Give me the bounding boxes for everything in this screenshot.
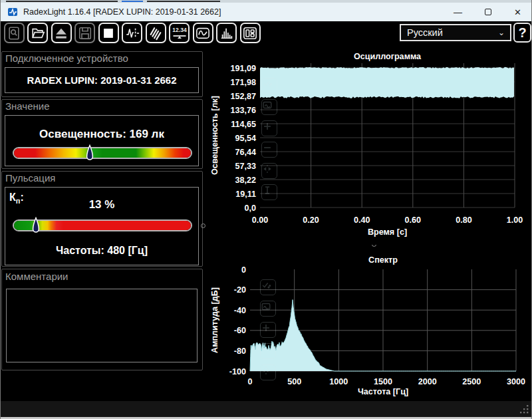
close-button[interactable]: ✕ xyxy=(503,3,532,21)
chevron-down-icon: ⌄ xyxy=(498,28,505,37)
y-tick-label: -80 xyxy=(234,347,246,356)
x-tick-label: 0.40 xyxy=(354,215,370,225)
layout-view-button[interactable] xyxy=(240,23,261,43)
digital-display-button[interactable]: 12.34 xyxy=(169,23,190,43)
titlebar: RadexLight 1.16.4 [RADEX LUPIN: 2019-01-… xyxy=(1,3,532,21)
open-file-icon xyxy=(31,26,45,41)
y-tick-label: -60 xyxy=(234,326,246,335)
statusbar xyxy=(1,401,532,417)
x-axis-label: Время [с] xyxy=(368,227,407,237)
x-tick-label: 0.60 xyxy=(405,215,422,225)
stop-measurement-icon xyxy=(101,26,116,41)
x-tick-label: 2500 xyxy=(462,377,481,386)
x-tick-label: 1500 xyxy=(374,377,392,386)
language-select[interactable]: Русский ⌄ xyxy=(400,24,511,41)
svg-text:12.34: 12.34 xyxy=(172,27,187,33)
y-tick-label: 38,22 xyxy=(235,176,256,185)
eject-device-button[interactable] xyxy=(51,23,72,43)
spectrum-canvas: 0-20-40-60-80-10005001000150020002500300… xyxy=(207,255,531,398)
select-points-icon[interactable] xyxy=(260,279,276,295)
minimize-button[interactable]: — xyxy=(443,3,473,21)
pulsation-box: Кп: 13 % Частоты: 480 [Гц] xyxy=(5,187,199,265)
app-window: RadexLight 1.16.4 [RADEX LUPIN: 2019-01-… xyxy=(0,0,532,419)
light-rays-button[interactable] xyxy=(146,23,166,43)
splitter-handle-dot[interactable] xyxy=(201,223,205,228)
zoom-in-icon[interactable] xyxy=(260,322,276,338)
zoom-out-icon[interactable] xyxy=(260,343,276,359)
x-axis-label: Частота [Гц] xyxy=(358,387,408,396)
pulse-mode-icon xyxy=(125,26,140,41)
kp-value: 13 % xyxy=(5,198,198,211)
pulsation-section-label: Пульсация xyxy=(5,172,55,184)
chart-title: Осциллограмма xyxy=(354,52,422,61)
device-section-label: Подключенное устройство xyxy=(5,53,128,64)
illuminance-scale-bar xyxy=(13,147,192,159)
chart-title: Спектр xyxy=(368,255,398,265)
toolbar: 12.34 xyxy=(1,21,532,45)
open-file-button[interactable] xyxy=(27,23,48,43)
y-tick-label: -100 xyxy=(229,367,246,376)
autoscale-box-icon[interactable] xyxy=(260,301,276,317)
fit-view-icon[interactable] xyxy=(260,364,276,380)
x-tick-label: 0 xyxy=(247,377,252,386)
y-tick-label: 57,33 xyxy=(235,162,256,171)
spectrum-chart[interactable]: 0-20-40-60-80-10005001000150020002500300… xyxy=(207,255,531,398)
y-tick-label: 191,09 xyxy=(230,64,256,73)
fit-view-icon[interactable] xyxy=(261,163,277,179)
x-tick-label: 1000 xyxy=(329,377,348,386)
illuminance-value: Освещенность: 169 лк xyxy=(5,128,198,141)
select-points-icon[interactable] xyxy=(261,78,277,94)
pulsation-marker xyxy=(32,217,40,235)
app-icon xyxy=(7,7,18,17)
save-file-icon xyxy=(78,26,92,41)
pulse-mode-button[interactable] xyxy=(122,23,142,43)
comments-input[interactable] xyxy=(6,289,198,362)
y-tick-label: 95,54 xyxy=(235,134,256,143)
maximize-icon xyxy=(485,9,491,15)
illuminance-marker xyxy=(86,144,94,163)
y-tick-label: 76,44 xyxy=(235,148,256,157)
value-box: Освещенность: 169 лк xyxy=(5,115,199,166)
spectrum-view-button[interactable] xyxy=(216,23,237,43)
oscillogram-view-icon xyxy=(196,26,210,41)
y-axis-label: Освещенность [лк] xyxy=(210,96,219,175)
x-tick-label: 0.20 xyxy=(303,215,319,225)
illuminance-gradient xyxy=(14,148,191,158)
oscillogram-view-button[interactable] xyxy=(193,23,213,43)
search-report-icon xyxy=(7,26,21,41)
stop-measurement-button[interactable] xyxy=(98,23,119,43)
cursor-ibeam-icon[interactable] xyxy=(261,184,277,200)
help-button[interactable]: ? xyxy=(513,23,531,43)
y-tick-label: 0,0 xyxy=(244,204,256,213)
autoscale-box-icon[interactable] xyxy=(261,99,277,115)
y-tick-label: 152,87 xyxy=(230,92,256,101)
eject-device-icon xyxy=(54,26,68,41)
x-tick-label: 3000 xyxy=(507,377,525,386)
y-axis-label: Амплитуда [дБ] xyxy=(210,287,219,353)
x-tick-label: 500 xyxy=(287,377,301,386)
background-window-fragment xyxy=(6,1,118,2)
language-value: Русский xyxy=(407,27,443,38)
maximize-button[interactable] xyxy=(473,3,503,21)
y-tick-label: 19,11 xyxy=(235,190,256,199)
y-tick-label: 133,76 xyxy=(230,106,256,115)
zoom-out-icon[interactable] xyxy=(261,142,277,158)
spectrum-view-icon xyxy=(219,26,234,41)
pulsation-gradient xyxy=(14,221,191,230)
oscillogram-chart[interactable]: 191,09171,98152,87133,76114,6595,5476,44… xyxy=(207,51,531,245)
device-name: RADEX LUPIN: 2019-01-31 2662 xyxy=(5,68,198,92)
window-title: RadexLight 1.16.4 [RADEX LUPIN: 2019-01-… xyxy=(23,7,221,17)
light-rays-icon xyxy=(148,26,163,41)
oscillogram-band xyxy=(260,67,514,98)
comments-section-label: Комментарии xyxy=(5,271,68,282)
x-tick-label: 1.00 xyxy=(507,215,523,225)
search-report-button[interactable] xyxy=(4,23,25,43)
zoom-in-icon[interactable] xyxy=(261,120,277,136)
oscillogram-canvas: 191,09171,98152,87133,76114,6595,5476,44… xyxy=(207,51,531,245)
frequency-value: Частоты: 480 [Гц] xyxy=(5,245,198,257)
resize-grip[interactable] xyxy=(518,403,530,415)
pulsation-scale-bar xyxy=(13,219,192,231)
x-tick-label: 0.00 xyxy=(252,215,269,225)
background-window-fragment-blue xyxy=(122,1,143,2)
save-file-button[interactable] xyxy=(74,23,95,43)
